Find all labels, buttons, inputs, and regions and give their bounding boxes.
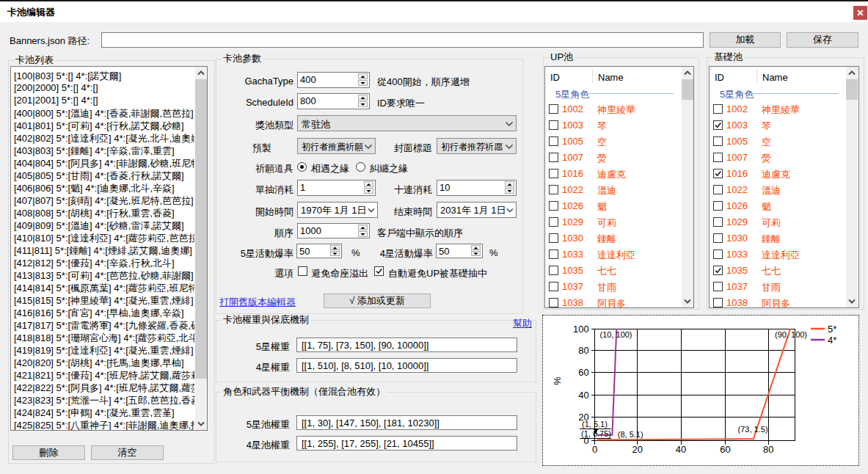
svg-text:80: 80 <box>763 444 773 455</box>
svg-text:0: 0 <box>592 444 597 455</box>
svg-text:(10, 100): (10, 100) <box>600 330 632 339</box>
svg-text:60: 60 <box>578 367 588 378</box>
svg-text:20: 20 <box>632 444 643 455</box>
svg-text:4*: 4* <box>828 335 836 346</box>
svg-text:(73, 1.5): (73, 1.5) <box>738 425 768 434</box>
svg-text:%: % <box>552 376 563 385</box>
svg-text:40: 40 <box>578 390 588 401</box>
svg-text:40: 40 <box>676 444 686 455</box>
svg-text:60: 60 <box>720 444 730 455</box>
svg-text:80: 80 <box>578 345 588 356</box>
svg-text:(90, 100): (90, 100) <box>775 330 807 339</box>
svg-text:100: 100 <box>573 324 589 335</box>
svg-text:(1, 5.1): (1, 5.1) <box>582 420 608 429</box>
svg-text:5*: 5* <box>828 324 836 335</box>
svg-text:(1, 0.75): (1, 0.75) <box>581 429 611 438</box>
svg-text:(8, 5.1): (8, 5.1) <box>618 430 643 439</box>
